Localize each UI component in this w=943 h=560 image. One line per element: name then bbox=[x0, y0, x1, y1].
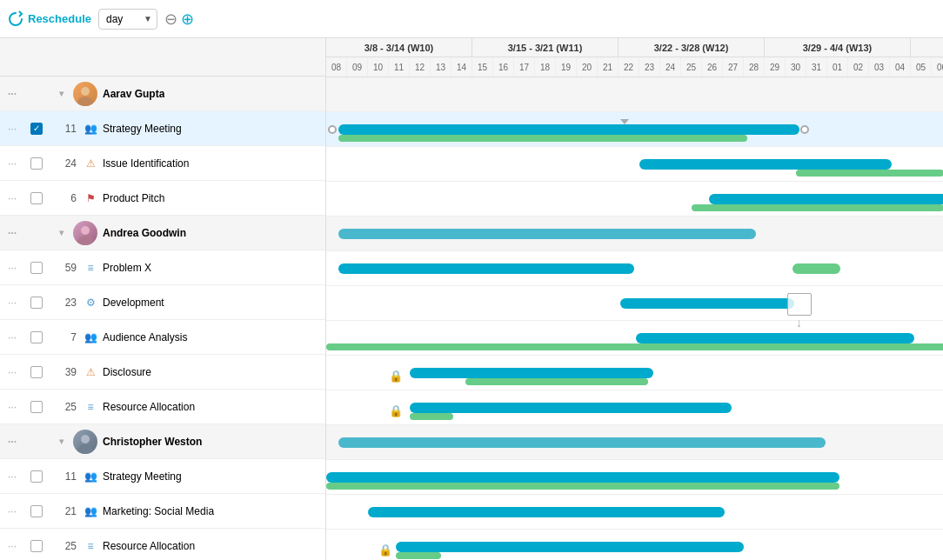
check-col[interactable] bbox=[24, 262, 49, 274]
dots-menu[interactable]: ··· bbox=[0, 157, 24, 170]
task-checkbox[interactable] bbox=[30, 401, 43, 413]
gantt-bar-green[interactable] bbox=[796, 170, 943, 177]
task-checkbox[interactable] bbox=[30, 123, 43, 135]
lock-icon: 🔒 bbox=[378, 543, 392, 557]
task-label: Problem X bbox=[103, 262, 151, 274]
task-checkbox[interactable] bbox=[30, 540, 43, 552]
check-col[interactable] bbox=[24, 192, 49, 204]
gantt-bar-blue[interactable] bbox=[410, 403, 732, 413]
group-name-col: Aarav Gupta bbox=[73, 82, 325, 106]
task-checkbox[interactable] bbox=[30, 297, 43, 309]
gantt-bar-blue[interactable] bbox=[338, 124, 799, 135]
task-checkbox[interactable] bbox=[30, 470, 43, 483]
gantt-rows: ↓ 🔒 🔒 bbox=[326, 77, 943, 560]
dots-menu[interactable]: ··· bbox=[0, 227, 24, 239]
task-id: 21 bbox=[49, 505, 84, 517]
dots-menu[interactable]: ··· bbox=[0, 436, 24, 448]
day-select[interactable]: day week month bbox=[98, 9, 157, 30]
check-col[interactable] bbox=[24, 540, 49, 552]
dots-menu[interactable]: ··· bbox=[0, 540, 24, 552]
check-col[interactable] bbox=[24, 470, 49, 483]
gantt-bar-green[interactable] bbox=[692, 204, 943, 211]
task-name-col: 👥 Strategy Meeting bbox=[84, 122, 325, 136]
day-cell: 06 bbox=[932, 57, 943, 77]
gantt-bar-blue[interactable] bbox=[709, 194, 943, 204]
check-col[interactable] bbox=[24, 401, 49, 413]
dots-menu[interactable]: ··· bbox=[0, 366, 24, 378]
check-col[interactable] bbox=[24, 366, 49, 378]
day-cell: 09 bbox=[347, 57, 368, 77]
group-label: Aarav Gupta bbox=[103, 88, 164, 100]
dots-menu[interactable]: ··· bbox=[0, 262, 24, 274]
dots-menu[interactable]: ··· bbox=[0, 88, 24, 100]
gantt-panel: 3/8 - 3/14 (W10) 3/15 - 3/21 (W11) 3/22 … bbox=[326, 38, 943, 560]
dots-menu[interactable]: ··· bbox=[0, 123, 24, 135]
task-id: 7 bbox=[49, 331, 84, 343]
svg-point-4 bbox=[81, 435, 90, 443]
gantt-bar-blue[interactable] bbox=[620, 298, 794, 309]
check-col[interactable] bbox=[24, 297, 49, 309]
week-cell: 3/15 - 3/21 (W11) bbox=[472, 38, 619, 57]
alert-icon: ⚠ bbox=[84, 365, 97, 379]
task-checkbox[interactable] bbox=[30, 366, 43, 378]
task-checkbox[interactable] bbox=[30, 157, 43, 170]
check-col[interactable] bbox=[24, 331, 49, 343]
gantt-task-row bbox=[326, 251, 943, 286]
gantt-bar-blue[interactable] bbox=[338, 437, 826, 448]
dots-menu[interactable]: ··· bbox=[0, 331, 24, 343]
gantt-group-row bbox=[326, 77, 943, 112]
day-cell: 21 bbox=[598, 57, 619, 77]
group-icon: 👥 bbox=[84, 470, 97, 483]
lock-icon: 🔒 bbox=[389, 370, 403, 383]
gantt-bar-green[interactable] bbox=[465, 378, 648, 385]
nav-prev-button[interactable]: ⊖ bbox=[164, 11, 177, 27]
gantt-bar-green[interactable] bbox=[326, 483, 839, 490]
gantt-bar-blue[interactable] bbox=[326, 472, 839, 483]
gantt-bar-green[interactable] bbox=[396, 552, 441, 559]
gantt-bar-green[interactable] bbox=[338, 135, 747, 142]
gantt-bar-blue[interactable] bbox=[410, 368, 653, 378]
left-panel-header bbox=[0, 38, 325, 77]
week-cell: 3/29 - 4/4 (W13) bbox=[765, 38, 911, 57]
day-cell: 24 bbox=[660, 57, 681, 77]
gantt-bar-blue[interactable] bbox=[396, 542, 744, 552]
collapse-button[interactable]: ▾ bbox=[59, 89, 64, 98]
check-col[interactable] bbox=[24, 505, 49, 517]
day-row: 08 09 10 11 12 13 14 15 16 17 18 19 20 bbox=[326, 57, 943, 77]
gantt-bar-blue[interactable] bbox=[338, 263, 634, 274]
milestone-triangle bbox=[620, 119, 629, 124]
gantt-bar-green[interactable] bbox=[793, 263, 840, 274]
gantt-bar-blue[interactable] bbox=[639, 159, 892, 170]
gantt-bar-blue[interactable] bbox=[338, 229, 756, 239]
dots-menu[interactable]: ··· bbox=[0, 505, 24, 517]
task-checkbox[interactable] bbox=[30, 192, 43, 204]
group-icon: 👥 bbox=[84, 504, 97, 518]
collapse-button[interactable]: ▾ bbox=[59, 437, 64, 446]
dots-menu[interactable]: ··· bbox=[0, 470, 24, 483]
gantt-bar-green[interactable] bbox=[326, 343, 943, 350]
gantt-bar-blue[interactable] bbox=[636, 333, 914, 343]
collapse-button[interactable]: ▾ bbox=[59, 228, 64, 237]
task-label: Resource Allocation bbox=[103, 540, 195, 552]
day-cell: 18 bbox=[535, 57, 556, 77]
task-label: Disclosure bbox=[103, 366, 151, 378]
svg-point-5 bbox=[77, 444, 93, 454]
dots-menu[interactable]: ··· bbox=[0, 192, 24, 204]
task-checkbox[interactable] bbox=[30, 505, 43, 517]
dots-menu[interactable]: ··· bbox=[0, 297, 24, 309]
check-col[interactable] bbox=[24, 157, 49, 170]
task-name-col: 👥 Audience Analysis bbox=[84, 330, 325, 344]
task-checkbox[interactable] bbox=[30, 331, 43, 343]
reschedule-button[interactable]: Reschedule bbox=[7, 10, 91, 28]
task-checkbox[interactable] bbox=[30, 262, 43, 274]
group-name-col: Christopher Weston bbox=[73, 430, 325, 454]
task-name-col: ⚙ Development bbox=[84, 296, 325, 310]
view-selector[interactable]: day week month ▼ bbox=[98, 9, 157, 30]
check-col[interactable] bbox=[24, 123, 49, 135]
nav-next-button[interactable]: ⊕ bbox=[181, 11, 194, 27]
dots-menu[interactable]: ··· bbox=[0, 401, 24, 413]
gantt-bar-green[interactable] bbox=[410, 413, 453, 420]
gantt-bar-blue[interactable] bbox=[368, 507, 725, 517]
task-id: 11 bbox=[49, 470, 84, 483]
task-id: 23 bbox=[49, 297, 84, 309]
